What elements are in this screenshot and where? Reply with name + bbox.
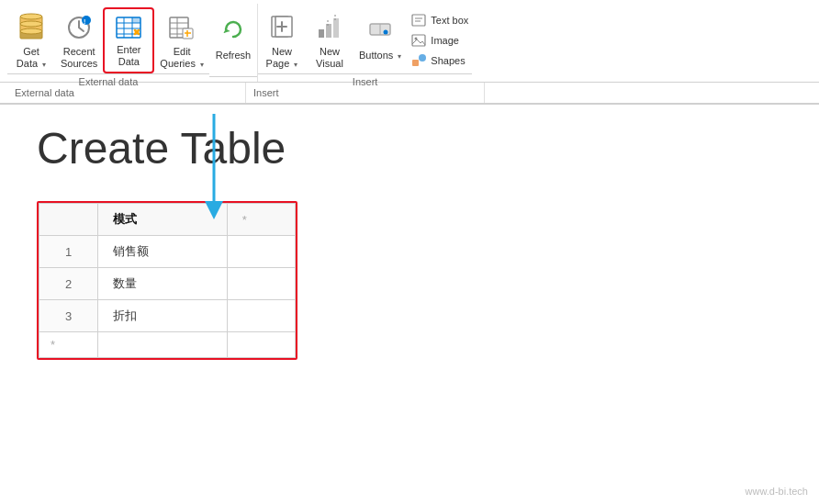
external-data-bar-label: External data [7,83,246,103]
ribbon-section-data: GetData ▾ ! RecentSources [7,4,209,82]
recent-sources-icon: ! [61,11,97,44]
row-1-value[interactable]: 销售额 [98,236,227,268]
edit-queries-label: EditQueries ▾ [160,46,204,70]
refresh-label: Refresh [216,50,252,62]
edit-queries-button[interactable]: EditQueries ▾ [154,7,209,73]
create-table-title: Create Table [37,123,782,174]
row-3-value[interactable]: 折扣 [98,300,227,332]
buttons-button[interactable]: Buttons ▾ [353,7,407,73]
data-table-wrapper: 模式 * 1 销售额 2 数量 3 折扣 [37,201,297,360]
new-visual-button[interactable]: NewVisual [306,7,353,73]
ribbon-items-data: GetData ▾ ! RecentSources [7,4,209,73]
svg-point-5 [20,28,42,34]
row-3-num: 3 [39,300,98,332]
row-1-extra [227,236,295,268]
text-box-label: Text box [431,15,468,26]
table-row: 3 折扣 [39,300,296,332]
enter-data-icon [110,13,147,42]
svg-rect-41 [412,35,425,46]
shapes-label: Shapes [431,55,465,66]
table-row: 1 销售额 [39,236,296,268]
recent-sources-label: RecentSources [61,46,97,70]
row-2-extra [227,268,295,300]
refresh-button[interactable]: Refresh [209,7,257,73]
svg-point-44 [419,54,426,62]
table-row: 2 数量 [39,268,296,300]
main-content: Create Table 模式 * 1 销售额 2 数量 [0,105,819,504]
svg-point-4 [20,21,42,27]
image-button[interactable]: Image [407,31,472,50]
star-row-cell: * [39,332,98,358]
new-visual-icon [311,11,348,44]
star-row-empty1 [98,332,227,358]
col-header-num [39,204,98,236]
star-row-empty2 [227,332,295,358]
new-page-label: NewPage ▾ [266,46,298,70]
new-page-button[interactable]: NewPage ▾ [258,7,306,73]
blue-arrow-indicator [196,114,232,224]
refresh-group-label [209,76,257,82]
row-1-num: 1 [39,236,98,268]
svg-marker-46 [205,201,223,219]
watermark: www.d-bi.tech [746,486,808,497]
get-data-icon [13,11,50,44]
col-header-star: * [227,204,295,236]
text-box-button[interactable]: Text box [407,11,472,29]
table-star-row: * [39,332,296,358]
svg-rect-15 [132,17,140,23]
svg-rect-31 [326,24,331,38]
get-data-label: GetData ▾ [17,46,46,70]
refresh-icon [215,11,252,48]
ribbon-section-refresh: Refresh [209,4,258,82]
side-icons: Text box Image Shapes [407,7,472,70]
buttons-label: Buttons ▾ [359,50,401,62]
image-label: Image [431,35,459,46]
row-2-value[interactable]: 数量 [98,268,227,300]
table-header-row: 模式 * [39,204,296,236]
svg-text:!: ! [84,18,85,25]
new-page-icon [264,11,300,44]
data-table: 模式 * 1 销售额 2 数量 3 折扣 [39,203,296,358]
ribbon-items-insert: NewPage ▾ NewVisual [258,4,472,73]
get-data-button[interactable]: GetData ▾ [7,7,55,73]
svg-rect-38 [412,15,425,26]
ribbon-section-insert: NewPage ▾ NewVisual [258,4,472,82]
svg-point-37 [384,30,388,35]
enter-data-button[interactable]: EnterData [103,7,154,73]
svg-rect-30 [319,29,324,38]
buttons-icon [362,11,398,48]
svg-point-3 [20,14,42,19]
shapes-button[interactable]: Shapes [407,51,472,70]
svg-rect-32 [333,18,339,38]
ribbon: GetData ▾ ! RecentSources [0,0,819,83]
row-3-extra [227,300,295,332]
recent-sources-button[interactable]: ! RecentSources [55,7,103,73]
insert-bar-label: Insert [246,83,485,103]
enter-data-label: EnterData [117,44,140,68]
svg-rect-43 [412,60,419,66]
row-2-num: 2 [39,268,98,300]
new-visual-label: NewVisual [316,46,343,70]
ribbon-items-refresh: Refresh [209,4,257,76]
edit-queries-icon [163,11,200,44]
group-labels-bar: External data Insert [0,83,819,105]
